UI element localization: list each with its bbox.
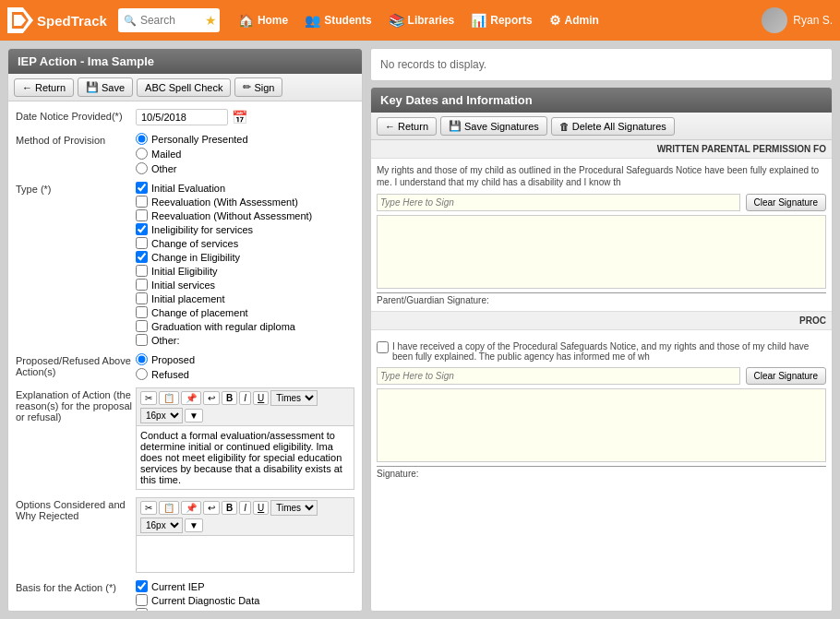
rte-font-family[interactable]: Times [270,390,318,406]
sig1-type-input[interactable] [377,194,740,211]
no-records-panel: No records to display. [370,48,833,81]
nav-item-libraries[interactable]: 📚 Libraries [381,9,462,31]
type-reeval-with[interactable]: Reevaluation (With Assessment) [136,196,354,208]
rte-cut[interactable]: ✂ [140,391,157,405]
sig1-canvas[interactable] [377,215,826,289]
explanation-label: Explanation of Action (the reason(s) for… [16,387,136,490]
method-personally-label: Personally Presented [151,134,248,145]
date-notice-row: Date Notice Provided(*) 📅 [16,109,354,125]
rte-more[interactable]: ▼ [185,409,203,423]
clear-sig1-button[interactable]: Clear Signature [746,194,826,211]
sig1-label: Parent/Guardian Signature: [377,292,826,305]
refused-option[interactable]: Refused [136,368,354,380]
nav-item-students[interactable]: 👥 Students [297,9,378,31]
admin-icon: ⚙ [549,13,561,28]
method-mailed-radio[interactable] [136,148,148,160]
nav-item-reports[interactable]: 📊 Reports [463,9,539,31]
procedural-checkbox[interactable] [377,341,389,353]
favorite-icon[interactable]: ★ [205,13,217,28]
rte-paste[interactable]: 📌 [181,391,201,405]
brand-logo-icon [7,7,33,33]
spell-check-icon: ABC [145,82,166,93]
type-change-eligibility[interactable]: Change in Eligibility [136,251,354,263]
save-signatures-button[interactable]: 💾 Save Signatures [440,116,547,136]
rte2-bold[interactable]: B [222,501,237,515]
spell-check-button[interactable]: ABC Spell Check [137,78,231,97]
procedural-checkbox-row: I have received a copy of the Procedural… [377,341,826,362]
return-label: Return [35,82,66,93]
method-other[interactable]: Other [136,162,354,174]
search-icon: 🔍 [124,15,137,27]
search-box[interactable]: 🔍 ★ [118,8,220,32]
type-change-placement[interactable]: Change of placement [136,306,354,318]
type-initial-eval[interactable]: Initial Evaluation [136,182,354,194]
clear-sig2-button[interactable]: Clear Signature [746,367,826,385]
rte2-copy[interactable]: 📋 [159,501,179,515]
rte-bold[interactable]: B [222,391,237,405]
sign-label: Sign [254,82,274,93]
rte-copy[interactable]: 📋 [159,391,179,405]
method-row: Method of Provision Personally Presented… [16,133,354,174]
options-content[interactable] [136,536,354,573]
rte2-paste[interactable]: 📌 [181,501,201,515]
search-input[interactable] [140,14,205,27]
type-reeval-without[interactable]: Reevaluation (Without Assessment) [136,209,354,221]
type-graduation[interactable]: Graduation with regular diploma [136,320,354,332]
calendar-icon[interactable]: 📅 [232,110,247,125]
rte-font-size[interactable]: 16px [140,408,183,423]
save-button[interactable]: 💾 Save [78,77,133,97]
nav-items: 🏠 Home 👥 Students 📚 Libraries 📊 Reports … [231,9,758,31]
rte2-cut[interactable]: ✂ [140,501,157,515]
basis-row: Basis for the Action (*) Current IEP Cur… [16,580,354,611]
sig2-type-input[interactable] [377,367,740,385]
type-initial-eligibility[interactable]: Initial Eligibility [136,265,354,277]
delete-all-signatures-button[interactable]: 🗑 Delete All Signatures [551,117,675,136]
navbar: SpedTrack 🔍 ★ 🏠 Home 👥 Students 📚 Librar… [0,0,840,41]
rte-undo[interactable]: ↩ [203,391,220,405]
nav-item-admin[interactable]: ⚙ Admin [542,9,606,31]
rte2-more[interactable]: ▼ [185,518,203,532]
procedural-header: PROC [371,312,832,330]
written-parental-text: My rights and those of my child as outli… [377,164,826,188]
return-button[interactable]: ← Return [14,78,74,97]
rte2-undo[interactable]: ↩ [203,501,220,515]
rte2-underline[interactable]: U [253,501,269,515]
key-dates-panel: Key Dates and Information ← Return 💾 Sav… [370,87,833,612]
basis-diagnostic[interactable]: Current Diagnostic Data [136,594,354,606]
type-initial-services[interactable]: Initial services [136,279,354,291]
proposed-option[interactable]: Proposed [136,353,354,365]
method-mailed[interactable]: Mailed [136,148,354,160]
type-other[interactable]: Other: [136,334,354,346]
nav-item-home[interactable]: 🏠 Home [231,9,295,31]
explanation-content[interactable]: Conduct a formal evaluation/assessment t… [136,426,354,490]
nav-item-admin-label: Admin [565,14,599,27]
sign-icon: ✏ [243,81,251,93]
avatar [762,7,787,33]
method-other-radio[interactable] [136,162,148,174]
type-change-services[interactable]: Change of services [136,237,354,249]
save-label: Save [102,82,125,93]
delete-sig-icon: 🗑 [559,121,570,132]
method-personally[interactable]: Personally Presented [136,133,354,145]
date-notice-input[interactable] [136,109,228,125]
sign-button[interactable]: ✏ Sign [234,77,282,97]
type-ineligibility[interactable]: Ineligibility for services [136,223,354,235]
type-initial-placement[interactable]: Initial placement [136,292,354,304]
basis-field: Current IEP Current Diagnostic Data Test… [136,580,354,611]
rte2-font-size[interactable]: 16px [140,518,183,533]
rte2-italic[interactable]: I [239,501,251,515]
basis-current-iep[interactable]: Current IEP [136,580,354,592]
return-arrow-icon: ← [22,82,32,93]
basis-tests[interactable]: Tests: [136,608,354,611]
sig2-canvas[interactable] [377,388,826,462]
rte-underline[interactable]: U [253,391,269,405]
rte-italic[interactable]: I [239,391,251,405]
method-personally-radio[interactable] [136,133,148,145]
kd-return-button[interactable]: ← Return [377,117,437,136]
user-name: Ryan S. [793,14,833,27]
key-dates-toolbar: ← Return 💾 Save Signatures 🗑 Delete All … [371,113,832,140]
rte2-font-family[interactable]: Times [270,500,318,516]
date-notice-field: 📅 [136,109,354,125]
libraries-icon: 📚 [389,13,404,28]
sig2-input-row: Clear Signature [377,367,826,385]
